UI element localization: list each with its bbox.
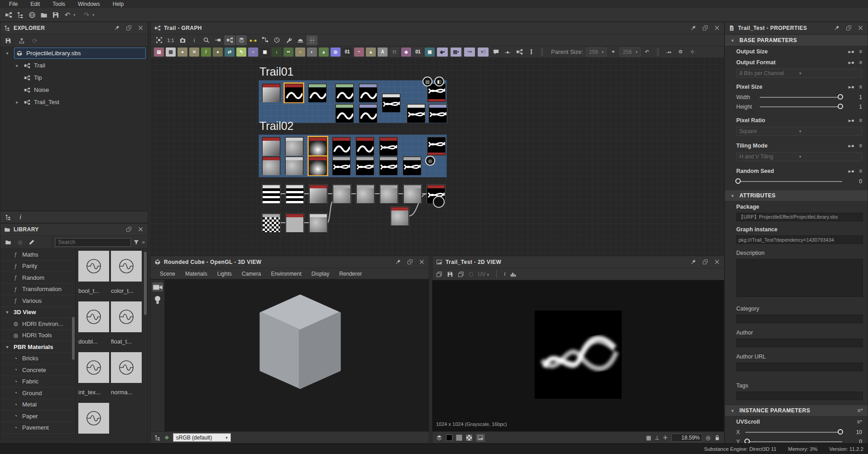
- menu-file[interactable]: File: [3, 1, 24, 7]
- graph-node[interactable]: [359, 84, 377, 102]
- revert-icon[interactable]: ↶: [642, 47, 652, 57]
- connection-style-icon[interactable]: [259, 35, 270, 45]
- render-iray-button[interactable]: [26, 10, 38, 20]
- graph-instance-field[interactable]: [736, 235, 863, 244]
- menu-tools[interactable]: Tools: [46, 1, 72, 7]
- link-icon[interactable]: ⚭: [608, 47, 619, 57]
- function-node-2-button[interactable]: ▨•: [451, 48, 461, 57]
- graph-viewport[interactable]: Trail01Trail02▤◧◎: [151, 58, 724, 255]
- menu-windows[interactable]: Windows: [72, 1, 106, 7]
- info-tab-icon[interactable]: i: [19, 213, 21, 221]
- atomic-node-11-button[interactable]: ↓: [272, 48, 282, 57]
- tree-root[interactable]: ▾ ProjectileLibrary.sbs: [0, 47, 148, 59]
- library-item-transformation[interactable]: ƒTransformation: [0, 284, 75, 296]
- view3d-menu-camera[interactable]: Camera: [242, 271, 261, 277]
- grid-scrollbar[interactable]: [144, 252, 147, 315]
- transfer-icon[interactable]: -▪▪: [663, 47, 674, 57]
- search-icon[interactable]: [201, 35, 211, 45]
- graph-node[interactable]: [332, 157, 350, 175]
- pin-icon[interactable]: [395, 259, 402, 265]
- graph-node[interactable]: [285, 157, 303, 175]
- menu-icon[interactable]: ≡: [859, 168, 862, 174]
- close-icon[interactable]: [419, 259, 425, 265]
- edit-icon[interactable]: [29, 239, 35, 245]
- atomic-node-14-button[interactable]: ◐: [307, 48, 317, 57]
- graph-node[interactable]: [359, 104, 377, 122]
- pin-icon[interactable]: [834, 25, 840, 31]
- graph-node[interactable]: [262, 214, 280, 232]
- width-slider[interactable]: [760, 97, 842, 98]
- pin-icon[interactable]: [691, 259, 697, 265]
- library-item-concrete[interactable]: ◔Concrete: [0, 364, 75, 376]
- library-item-maths[interactable]: ƒMaths: [0, 249, 75, 261]
- expose-icon[interactable]: ▸●: [849, 117, 854, 124]
- redo-button[interactable]: ↷: [81, 10, 92, 20]
- fit-view-icon[interactable]: ◎: [706, 435, 710, 441]
- graph-node[interactable]: [380, 185, 398, 203]
- menu-icon[interactable]: ≡: [859, 143, 862, 149]
- graph-node[interactable]: [285, 137, 303, 155]
- menu-icon[interactable]: ≡▾: [857, 419, 862, 425]
- background-checker-swatch[interactable]: [466, 435, 472, 441]
- graph-node[interactable]: [356, 157, 374, 175]
- atomic-node-19-button[interactable]: ▲: [366, 48, 376, 57]
- menu-help[interactable]: Help: [106, 1, 130, 7]
- function-node-4-button[interactable]: •□: [478, 48, 489, 57]
- float-icon[interactable]: [702, 25, 709, 31]
- menu-icon[interactable]: ≡: [859, 59, 862, 66]
- node-badge-icon[interactable]: ◎: [425, 156, 435, 166]
- pan-icon[interactable]: ✛: [663, 435, 667, 441]
- graph-node[interactable]: [403, 185, 422, 203]
- library-item-parity[interactable]: ƒParity: [0, 261, 75, 272]
- background-image-icon[interactable]: [476, 434, 485, 442]
- graph-node[interactable]: [262, 157, 280, 175]
- author-url-field[interactable]: [736, 363, 863, 371]
- link-display-icon[interactable]: [212, 35, 223, 45]
- library-grid-item[interactable]: color_t...: [111, 251, 142, 300]
- output-format-select[interactable]: 8 Bits per Channel▾: [736, 69, 862, 78]
- open-button[interactable]: [38, 10, 50, 20]
- tiling-mode-select[interactable]: H and V Tiling▾: [736, 152, 862, 161]
- background-gray-swatch[interactable]: [456, 435, 462, 441]
- graph-node[interactable]: [262, 185, 280, 203]
- menu-icon[interactable]: ≡: [859, 48, 862, 55]
- graph-node[interactable]: [333, 185, 351, 203]
- graph-node[interactable]: [427, 84, 446, 102]
- undo-button[interactable]: ↶: [62, 10, 73, 20]
- duplicate-icon[interactable]: [436, 271, 442, 277]
- library-grid-item[interactable]: doubl...: [78, 301, 109, 350]
- expose-icon[interactable]: ▸●: [849, 84, 854, 90]
- save-all-button[interactable]: [50, 10, 62, 20]
- atomic-node-16-button[interactable]: ◎: [331, 48, 340, 57]
- redo-dropdown-icon[interactable]: ▾: [92, 13, 98, 17]
- grid-icon[interactable]: ▦: [646, 435, 651, 441]
- scene-tree-icon[interactable]: [154, 435, 161, 441]
- add-filter-icon[interactable]: ◍: [18, 239, 22, 245]
- menu-icon[interactable]: ≡▾: [857, 407, 863, 414]
- author-field[interactable]: [736, 339, 863, 347]
- atomic-node-13-button[interactable]: ●: [295, 48, 305, 57]
- atomic-node-2-button[interactable]: ▨: [166, 48, 176, 57]
- graph-node[interactable]: [309, 137, 327, 155]
- view3d-menu-scene[interactable]: Scene: [160, 271, 175, 277]
- float-icon[interactable]: [126, 25, 132, 31]
- height-slider[interactable]: [760, 106, 842, 107]
- node-badge-icon[interactable]: ▤: [422, 76, 432, 86]
- pin-icon[interactable]: [114, 25, 120, 31]
- axes-icon[interactable]: ⊥: [655, 435, 659, 441]
- info-icon[interactable]: i: [504, 271, 505, 277]
- save-icon[interactable]: [447, 271, 453, 277]
- close-icon[interactable]: [714, 259, 720, 265]
- atomic-node-10-button[interactable]: ▦: [260, 48, 270, 57]
- atomic-node-18-button[interactable]: ~: [354, 48, 364, 57]
- library-grid-item[interactable]: norma...: [111, 352, 142, 401]
- link-colors-icon[interactable]: ●-●: [248, 35, 259, 45]
- background-black-swatch[interactable]: [446, 435, 452, 441]
- graph-node[interactable]: [262, 137, 280, 155]
- node-badge-icon[interactable]: ◧: [434, 76, 444, 86]
- close-icon[interactable]: [138, 25, 144, 31]
- list-scrollbar[interactable]: [72, 317, 75, 360]
- save-icon[interactable]: [5, 38, 11, 44]
- dot-node[interactable]: [433, 196, 445, 208]
- function-node-3-button[interactable]: ~•: [464, 48, 475, 57]
